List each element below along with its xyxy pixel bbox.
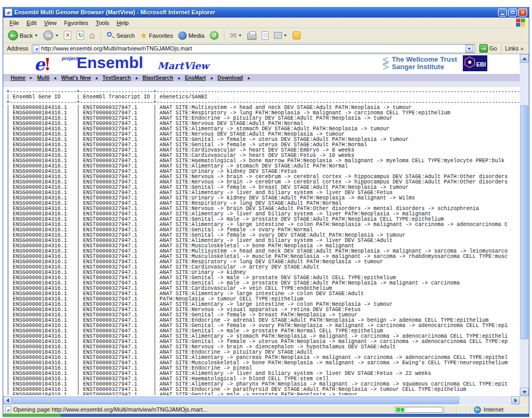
menu-item-view[interactable]: View <box>41 19 60 27</box>
ebi-logo: EBI <box>463 55 487 73</box>
history-button[interactable]: ↺ <box>208 30 220 41</box>
nav-link-what-s-new[interactable]: What's New <box>61 75 91 81</box>
scroll-left-button[interactable] <box>3 396 12 405</box>
back-label: Back <box>20 32 32 39</box>
links-button[interactable]: Links » <box>501 44 527 53</box>
windows-logo-icon <box>516 19 526 27</box>
search-button[interactable]: Search <box>105 30 137 41</box>
dna-icon <box>382 56 389 70</box>
messenger-icon <box>293 31 301 39</box>
triangle-left-icon <box>4 398 9 403</box>
triangle-up-icon: ▲ <box>53 76 57 80</box>
stop-button[interactable]: ✕ <box>62 30 73 41</box>
menu-item-favorites[interactable]: Favorites <box>61 19 91 27</box>
ie-page-icon: e <box>5 9 12 16</box>
close-button[interactable]: X <box>518 9 527 16</box>
address-field[interactable]: e ▼ <box>32 44 475 53</box>
back-dropdown-icon[interactable]: ▼ <box>34 34 38 37</box>
triangle-up-icon <box>522 55 527 60</box>
nav-link-textsearch[interactable]: TextSearch <box>103 75 131 81</box>
horizontal-scroll-thumb[interactable] <box>12 397 459 404</box>
go-label: Go <box>489 45 497 52</box>
mail-icon: ✉ <box>230 31 237 40</box>
progress-track <box>395 407 443 413</box>
messenger-button[interactable] <box>291 30 302 40</box>
triangle-up-icon: ▲ <box>177 76 181 80</box>
triangle-right-icon <box>514 398 519 403</box>
favorites-button[interactable]: ★ Favorites <box>138 30 174 40</box>
triangle-up-icon: ▲ <box>247 76 251 80</box>
back-icon: ← <box>8 30 18 40</box>
menu-items: FileEditViewFavoritesToolsHelp <box>6 19 516 27</box>
nav-link-home[interactable]: Home <box>11 75 26 81</box>
site-title: Ensembl <box>77 54 143 72</box>
search-label: Search <box>117 32 135 39</box>
favorites-icon: ★ <box>140 31 147 39</box>
page-icon: e <box>5 406 11 413</box>
edit-button[interactable] <box>260 30 270 41</box>
history-icon: ↺ <box>210 31 219 40</box>
links-chevron-icon: » <box>520 45 523 52</box>
minimize-button[interactable] <box>498 9 507 16</box>
triangle-up-icon: ▲ <box>135 76 139 80</box>
progress-bar <box>394 406 445 414</box>
progress-segment <box>396 408 400 412</box>
home-icon: ⌂ <box>89 30 95 41</box>
go-button[interactable]: → Go <box>477 44 500 53</box>
forward-icon: → <box>43 30 53 40</box>
print-button[interactable] <box>246 30 258 41</box>
horizontal-scrollbar[interactable] <box>3 396 520 405</box>
browser-window: e Ensembl Multi Genome Browser (MartView… <box>3 7 529 417</box>
forward-button[interactable]: → ▼ <box>41 29 60 41</box>
toolbar-separator <box>101 30 101 41</box>
restore-icon <box>511 11 514 14</box>
favorites-label: Favorites <box>149 32 173 39</box>
fullscreen-dropdown-icon[interactable]: ▼ <box>284 34 287 37</box>
triangle-up-icon: ▲ <box>210 76 214 80</box>
status-message-cell: e Opening page http://www.ensembl.org/Mu… <box>3 406 394 413</box>
menu-item-help[interactable]: Help <box>113 19 132 27</box>
refresh-button[interactable]: ↻ <box>75 30 86 41</box>
media-icon: ♪ <box>178 31 187 40</box>
nav-link-multi[interactable]: Multi <box>37 75 49 81</box>
scroll-up-button[interactable] <box>520 54 529 63</box>
fullscreen-icon <box>274 32 282 39</box>
back-button[interactable]: ← Back ▼ <box>6 29 39 41</box>
globe-icon <box>474 406 481 413</box>
menu-item-edit[interactable]: Edit <box>23 19 40 27</box>
media-button[interactable]: ♪ Media <box>177 30 206 41</box>
page-content: e! project Ensembl MartView The Wellcome… <box>3 54 529 405</box>
menu-item-file[interactable]: File <box>6 19 22 27</box>
mail-button[interactable]: ✉ ▼ <box>228 30 244 41</box>
home-button[interactable]: ⌂ <box>88 29 96 42</box>
scroll-right-button[interactable] <box>511 396 520 405</box>
mail-dropdown-icon[interactable]: ▼ <box>238 34 242 37</box>
status-message: Opening page http://www.ensembl.org/Mult… <box>13 406 207 413</box>
stop-icon: ✕ <box>65 32 70 39</box>
menu-item-tools[interactable]: Tools <box>93 19 113 27</box>
minimize-icon <box>501 14 504 15</box>
forward-dropdown-icon[interactable]: ▼ <box>55 34 59 37</box>
zone-label: Internet <box>484 406 503 413</box>
scroll-down-button[interactable] <box>520 388 529 396</box>
fullscreen-button[interactable]: ▼ <box>272 31 289 40</box>
project-label: project <box>62 56 78 61</box>
sanger-logo: The Wellcome TrustSanger Institute <box>382 56 457 71</box>
nav-link-download[interactable]: Download <box>218 75 243 81</box>
address-label: Address <box>5 45 30 52</box>
status-cell <box>445 406 456 414</box>
vertical-scrollbar[interactable] <box>520 54 529 396</box>
restore-button[interactable] <box>508 9 517 16</box>
nav-link-ensmart[interactable]: EnsMart <box>185 75 205 81</box>
links-label: Links <box>505 45 519 52</box>
nav-link-blastsearch[interactable]: BlastSearch <box>143 75 173 81</box>
address-input[interactable] <box>41 45 463 52</box>
page-title: MartView <box>157 60 209 71</box>
address-dropdown-button[interactable]: ▼ <box>466 45 473 53</box>
toolbar-separator <box>224 30 225 41</box>
edit-icon <box>262 31 269 40</box>
media-label: Media <box>188 32 204 39</box>
vertical-scroll-thumb[interactable] <box>520 105 528 339</box>
page-icon: e <box>34 45 39 52</box>
print-icon <box>247 33 256 40</box>
